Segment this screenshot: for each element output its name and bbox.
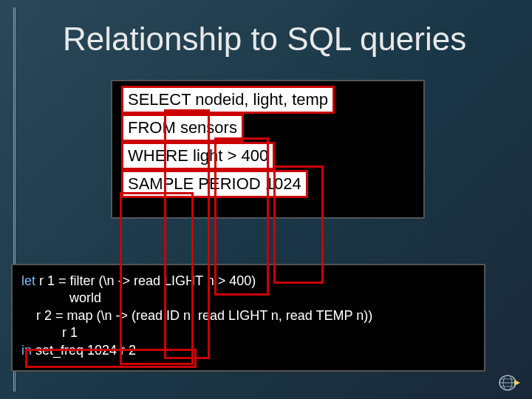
sql-code-box: SELECT nodeid, light, temp FROM sensors … <box>111 80 425 219</box>
in-keyword: in <box>21 343 32 358</box>
sql-from-line: FROM sensors <box>121 114 244 142</box>
sql-sample-line: SAMPLE PERIOD 1024 <box>121 170 308 198</box>
func-line-2: world <box>21 290 475 307</box>
slide-title: Relationship to SQL queries <box>63 21 466 58</box>
let-keyword: let <box>21 273 35 288</box>
func-line-3: r 2 = map (\n -> (read ID n, read LIGHT … <box>21 307 475 324</box>
sql-select-line: SELECT nodeid, light, temp <box>121 86 335 114</box>
next-slide-icon[interactable] <box>498 374 520 392</box>
func-line-5: in set_freq 1024 r 2 <box>21 342 475 359</box>
func-line-1: let r 1 = filter (\n -> read LIGHT n > 4… <box>21 273 475 290</box>
svg-marker-5 <box>514 380 520 386</box>
func-line-4: r 1 <box>21 324 475 341</box>
sql-where-line: WHERE light > 400 <box>121 142 275 170</box>
functional-code-box: let r 1 = filter (\n -> read LIGHT n > 4… <box>11 264 485 372</box>
